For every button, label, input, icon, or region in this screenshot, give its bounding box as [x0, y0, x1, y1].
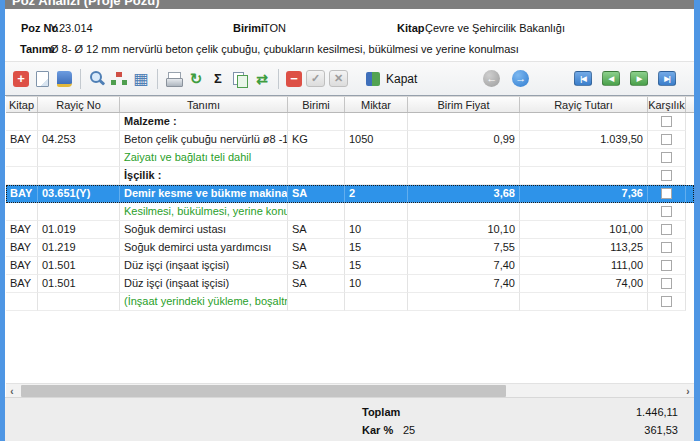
cell: 01.219 — [38, 239, 120, 257]
cell — [345, 113, 408, 131]
birimi-value: TON — [263, 22, 286, 34]
cell — [38, 113, 120, 131]
karsilik-checkbox[interactable] — [661, 170, 672, 181]
scrollbar-thumb[interactable] — [21, 385, 506, 397]
nav-last-button[interactable]: ▶| — [658, 71, 676, 86]
cell — [38, 293, 120, 311]
cell: 10 — [345, 221, 408, 239]
karsilik-checkbox[interactable] — [661, 296, 672, 307]
cell: 111,00 — [520, 257, 648, 275]
cell: 7,36 — [520, 185, 648, 203]
table-body: Malzeme :BAY04.253Beton çelik çubuğu ner… — [6, 113, 694, 383]
karsilik-checkbox[interactable] — [661, 260, 672, 271]
table-row[interactable]: BAY01.019Soğuk demirci ustasıSA1010,1010… — [6, 221, 694, 239]
cell — [408, 149, 520, 167]
cell — [408, 113, 520, 131]
karsilik-checkbox[interactable] — [661, 242, 672, 253]
column-header-2[interactable]: Tanımı — [120, 97, 288, 112]
sum-icon[interactable]: Σ — [209, 70, 227, 88]
table-icon[interactable]: ▦ — [132, 70, 150, 88]
cell — [6, 293, 38, 311]
cell-karsilik — [648, 149, 686, 167]
hierarchy-icon[interactable] — [110, 70, 128, 88]
karsilik-checkbox[interactable] — [661, 188, 672, 199]
table-row[interactable]: BAY01.219Soğuk demirci usta yardımcısıSA… — [6, 239, 694, 257]
column-header-0[interactable]: Kitap — [6, 97, 38, 112]
column-header-7[interactable]: Karşılık — [648, 97, 686, 112]
karsilik-checkbox[interactable] — [661, 278, 672, 289]
cell — [288, 167, 345, 185]
karsilik-checkbox[interactable] — [661, 206, 672, 217]
scroll-left-icon[interactable]: ‹ — [6, 384, 18, 397]
cell: 113,25 — [520, 239, 648, 257]
book-icon[interactable] — [55, 70, 73, 88]
cell — [520, 149, 648, 167]
cell: 7,40 — [408, 257, 520, 275]
cell: 15 — [345, 257, 408, 275]
cell-karsilik — [648, 239, 686, 257]
cell: 15 — [345, 239, 408, 257]
table-row[interactable]: BAY01.501Düz işçi (inşaat işçisi)SA157,4… — [6, 257, 694, 275]
exit-icon — [366, 72, 380, 86]
nav-next-button[interactable]: ▶ — [630, 71, 648, 86]
kapat-button[interactable]: Kapat — [362, 70, 421, 88]
cell — [520, 113, 648, 131]
cell — [38, 203, 120, 221]
table-row[interactable]: İşçilik : — [6, 167, 694, 185]
karsilik-checkbox[interactable] — [661, 152, 672, 163]
cell: Zaiyatı ve bağlatı teli dahil — [120, 149, 288, 167]
nav-first-button[interactable]: |◀ — [574, 71, 592, 86]
window-titlebar[interactable]: Poz Analizi (Proje Pozu) — [5, 0, 694, 9]
karsilik-checkbox[interactable] — [661, 134, 672, 145]
print-icon[interactable] — [165, 70, 183, 88]
forward-button[interactable]: → — [512, 70, 529, 87]
new-document-icon[interactable] — [33, 70, 51, 88]
karsilik-checkbox[interactable] — [661, 116, 672, 127]
transfer-icon[interactable]: ⇄ — [253, 70, 271, 88]
nav-prev-button[interactable]: ◀ — [602, 71, 620, 86]
column-header-3[interactable]: Birimi — [288, 97, 345, 112]
cell: Beton çelik çubuğu nervürlü ø8 -12 mm...… — [120, 131, 288, 149]
refresh-icon[interactable]: ↻ — [187, 70, 205, 88]
analysis-table: KitapRayiç NoTanımıBirimiMiktarBirim Fiy… — [5, 96, 694, 397]
add-icon[interactable]: + — [13, 71, 29, 87]
table-row[interactable]: BAY03.651(Y)Demir kesme ve bükme makinas… — [6, 185, 694, 203]
toolbar-separator — [80, 69, 81, 89]
cell: 2 — [345, 185, 408, 203]
search-icon[interactable] — [88, 70, 106, 88]
column-header-5[interactable]: Birim Fiyat — [408, 97, 520, 112]
table-row[interactable]: (İnşaat yerindeki yükleme, boşaltma, y..… — [6, 293, 694, 311]
scroll-right-icon[interactable]: › — [682, 384, 694, 397]
column-header-1[interactable]: Rayiç No — [38, 97, 120, 112]
cell: 7,55 — [408, 239, 520, 257]
cell — [345, 203, 408, 221]
table-row[interactable]: Zaiyatı ve bağlatı teli dahil — [6, 149, 694, 167]
remove-icon[interactable]: − — [286, 71, 302, 87]
cell: Kesilmesi, bükülmesi, yerine konulması — [120, 203, 288, 221]
record-nav-group: |◀◀▶▶| — [574, 71, 676, 86]
toolbar-separator — [157, 69, 158, 89]
kar-percent-value[interactable]: 25 — [403, 424, 415, 436]
copy-icon[interactable] — [231, 70, 249, 88]
cell: Demir kesme ve bükme makinası'... — [120, 185, 288, 203]
horizontal-scrollbar[interactable]: ‹ › — [6, 383, 694, 397]
column-header-6[interactable]: Rayiç Tutarı — [520, 97, 648, 112]
karsilik-checkbox[interactable] — [661, 224, 672, 235]
kapat-button-label: Kapat — [386, 72, 417, 86]
table-row[interactable]: Malzeme : — [6, 113, 694, 131]
cell-karsilik — [648, 257, 686, 275]
cell — [408, 293, 520, 311]
poz-analizi-window: Poz Analizi (Proje Pozu) Poz No Y.23.014… — [0, 0, 700, 441]
table-row[interactable]: Kesilmesi, bükülmesi, yerine konulması — [6, 203, 694, 221]
cell: 7,40 — [408, 275, 520, 293]
column-header-4[interactable]: Miktar — [345, 97, 408, 112]
cell: SA — [288, 221, 345, 239]
cell — [345, 293, 408, 311]
table-row[interactable]: BAY04.253Beton çelik çubuğu nervürlü ø8 … — [6, 131, 694, 149]
cell — [6, 113, 38, 131]
table-row[interactable]: BAY01.501Düz işçi (inşaat işçisi)SA107,4… — [6, 275, 694, 293]
cell: BAY — [6, 275, 38, 293]
cell-karsilik — [648, 275, 686, 293]
cell — [288, 113, 345, 131]
cell: 1.039,50 — [520, 131, 648, 149]
